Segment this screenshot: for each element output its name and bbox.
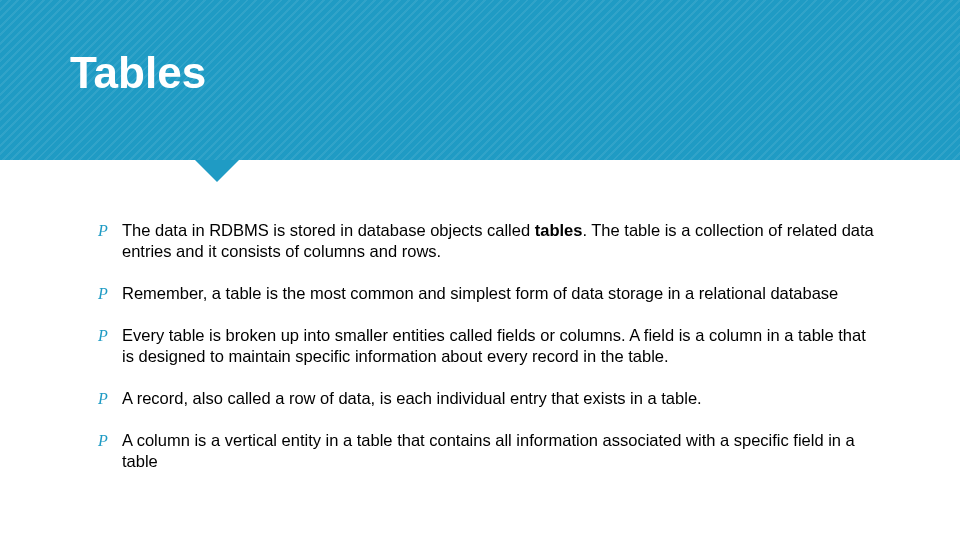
- bullet-text: Every table is broken up into smaller en…: [122, 325, 882, 368]
- bullet-item: P Remember, a table is the most common a…: [98, 283, 882, 305]
- bullet-item: P Every table is broken up into smaller …: [98, 325, 882, 368]
- bullet-text-prefix: A record, also called a row of data, is …: [122, 389, 702, 407]
- bullet-text-prefix: The data in RDBMS is stored in database …: [122, 221, 535, 239]
- bullet-text-bold: tables: [535, 221, 583, 239]
- slide-body: P The data in RDBMS is stored in databas…: [0, 220, 960, 493]
- bullet-text: A column is a vertical entity in a table…: [122, 430, 882, 473]
- bullet-icon: P: [98, 325, 122, 347]
- bullet-icon: P: [98, 388, 122, 410]
- header-banner: Tables: [0, 0, 960, 160]
- bullet-text-prefix: A column is a vertical entity in a table…: [122, 431, 855, 470]
- bullet-icon: P: [98, 283, 122, 305]
- bullet-icon: P: [98, 220, 122, 242]
- bullet-text: A record, also called a row of data, is …: [122, 388, 882, 409]
- bullet-text: The data in RDBMS is stored in database …: [122, 220, 882, 263]
- bullet-text: Remember, a table is the most common and…: [122, 283, 882, 304]
- slide-title: Tables: [70, 48, 206, 98]
- bullet-text-prefix: Remember, a table is the most common and…: [122, 284, 838, 302]
- bullet-item: P A record, also called a row of data, i…: [98, 388, 882, 410]
- bullet-item: P The data in RDBMS is stored in databas…: [98, 220, 882, 263]
- slide: Tables P The data in RDBMS is stored in …: [0, 0, 960, 540]
- bullet-text-prefix: Every table is broken up into smaller en…: [122, 326, 866, 365]
- bullet-item: P A column is a vertical entity in a tab…: [98, 430, 882, 473]
- header-notch-icon: [195, 160, 239, 182]
- bullet-icon: P: [98, 430, 122, 452]
